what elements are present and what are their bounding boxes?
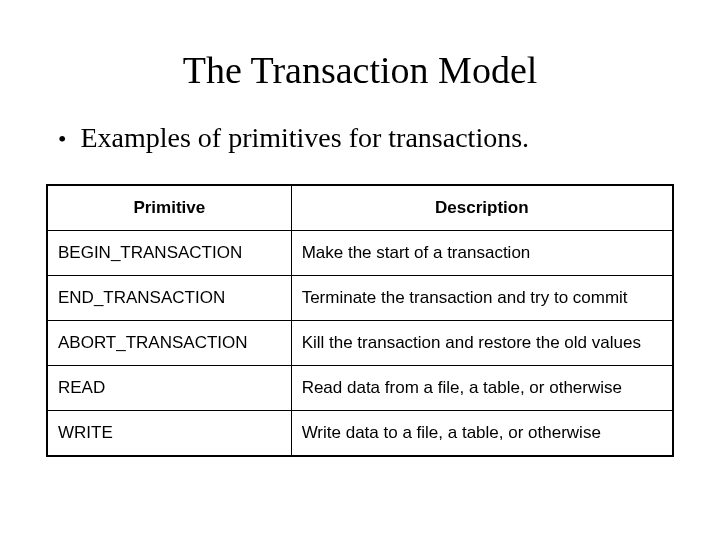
cell-primitive: READ (47, 366, 291, 411)
cell-description: Read data from a file, a table, or other… (291, 366, 673, 411)
header-description: Description (291, 185, 673, 231)
cell-description: Write data to a file, a table, or otherw… (291, 411, 673, 457)
cell-primitive: ABORT_TRANSACTION (47, 321, 291, 366)
slide: The Transaction Model • Examples of prim… (0, 0, 720, 457)
table-row: BEGIN_TRANSACTION Make the start of a tr… (47, 231, 673, 276)
cell-description: Make the start of a transaction (291, 231, 673, 276)
header-primitive: Primitive (47, 185, 291, 231)
cell-description: Terminate the transaction and try to com… (291, 276, 673, 321)
cell-primitive: BEGIN_TRANSACTION (47, 231, 291, 276)
primitives-table: Primitive Description BEGIN_TRANSACTION … (46, 184, 674, 457)
table-row: READ Read data from a file, a table, or … (47, 366, 673, 411)
table-header-row: Primitive Description (47, 185, 673, 231)
table-row: END_TRANSACTION Terminate the transactio… (47, 276, 673, 321)
cell-description: Kill the transaction and restore the old… (291, 321, 673, 366)
table-row: WRITE Write data to a file, a table, or … (47, 411, 673, 457)
bullet-icon: • (58, 127, 66, 151)
cell-primitive: END_TRANSACTION (47, 276, 291, 321)
bullet-text: Examples of primitives for transactions. (80, 122, 529, 154)
cell-primitive: WRITE (47, 411, 291, 457)
page-title: The Transaction Model (40, 48, 680, 92)
primitives-table-wrap: Primitive Description BEGIN_TRANSACTION … (46, 184, 674, 457)
bullet-item: • Examples of primitives for transaction… (58, 122, 680, 154)
table-row: ABORT_TRANSACTION Kill the transaction a… (47, 321, 673, 366)
